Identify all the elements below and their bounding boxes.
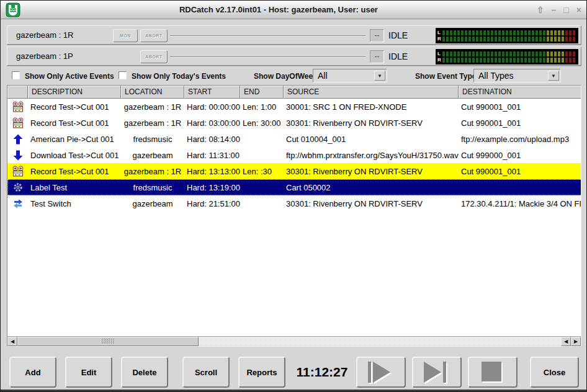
vu-segment-yellow [558,30,560,35]
show-active-checkbox[interactable] [12,71,20,79]
deck-name: gazerbeam : 1P [16,51,73,61]
column-header-start[interactable]: START [184,86,240,99]
show-today-checkbox[interactable] [119,71,127,79]
vu-segment-green [491,37,493,42]
event-row[interactable]: Record Test->Cut 001gazerbeam : 1RHard: … [7,163,581,179]
record-icon [7,101,28,112]
scrollbar-track[interactable] [199,337,561,346]
edit-button[interactable]: Edit [65,357,112,388]
vu-segment-green [506,58,508,63]
event-source: 30301: Rivenberry ON RDVIRT-SERV [284,118,459,128]
event-destination: ftp://example.com/upload.mp3 [459,135,581,144]
shade-icon[interactable]: ⇧ [537,6,544,14]
minimize-icon[interactable]: – [552,6,557,14]
play-button[interactable] [356,357,406,388]
vu-segment-green [476,51,478,56]
vu-segment-red [569,37,571,42]
event-description: Record Test->Cut 001 [28,102,121,112]
scrollbar-thumb[interactable] [17,337,199,346]
event-destination: Cut 999000_001 [459,151,581,160]
play-next-icon [423,360,451,384]
stop-button[interactable] [468,357,518,388]
event-row[interactable]: Record Test->Cut 001gazerbeam : 1RHard: … [7,115,581,131]
record-icon [7,166,28,177]
event-location: fredsmusic [121,183,184,192]
vu-segment-green [498,37,501,42]
add-button[interactable]: Add [9,357,56,388]
event-source: Cut 010004_001 [284,135,459,144]
vu-segment-green [506,51,508,56]
vu-segment-green [502,37,504,42]
vu-segment-green [528,30,531,35]
column-header-end[interactable]: END [240,86,284,99]
delete-button[interactable]: Delete [121,357,168,388]
vu-segment-green [446,58,449,63]
scroll-button[interactable]: Scroll [182,357,230,388]
close-icon[interactable]: × [576,6,581,14]
vu-segment-green [483,37,486,42]
event-type-select[interactable]: All Types ▼ [473,69,561,82]
column-header-description[interactable]: DESCRIPTION [28,86,121,99]
abort-button[interactable]: ABORT [140,29,168,42]
vu-segment-yellow [562,51,564,56]
chevron-down-icon[interactable]: ▼ [374,71,385,81]
column-header-icon[interactable] [7,86,28,99]
day-of-week-select[interactable]: All ▼ [313,69,387,82]
vu-segment-green [543,58,545,63]
event-row[interactable]: American Pie->Cut 001fredsmusicHard: 08:… [7,131,581,147]
vu-segment-green [454,37,456,42]
vu-channel-label: R [437,58,442,63]
vu-segment-green [442,37,445,42]
vu-segment-red [565,58,568,63]
rdcatch-window: RDCatch v2.17.0int01 - Host: gazerbeam, … [0,0,587,392]
deck-name: gazerbeam : 1R [16,30,74,40]
vu-segment-yellow [558,37,560,42]
vu-segment-red [573,30,575,35]
column-header-source[interactable]: SOURCE [284,86,459,99]
event-destination: Cut 990001_001 [459,102,581,112]
window-title: RDCatch v2.17.0int01 - Host: gazerbeam, … [20,5,537,14]
vu-segment-green [454,58,456,63]
deck-separator-line [170,35,365,37]
vu-segment-green [487,51,490,56]
vu-segment-yellow [554,30,557,35]
vu-segment-green [465,58,467,63]
vu-segment-green [513,30,516,35]
chevron-down-icon[interactable]: ▼ [548,71,559,81]
column-header-destination[interactable]: DESTINATION [459,86,581,99]
event-destination: Cut 990001_001 [459,167,581,176]
vu-segment-yellow [550,37,553,42]
vu-segment-green [472,58,475,63]
horizontal-scrollbar[interactable]: ◀ ◀ ▶ [7,336,581,346]
reports-button[interactable]: Reports [238,357,285,388]
vu-segment-green [454,30,456,35]
show-today-label: Show Only Today's Events [132,72,226,81]
vu-segment-green [461,58,464,63]
vu-segment-red [565,30,568,35]
vu-segment-green [476,30,478,35]
scroll-right-icon[interactable]: ▶ [571,337,581,346]
event-row[interactable]: Download Test->Cut 001gazerbeamHard: 11:… [7,147,581,163]
vu-segment-green [495,37,497,42]
maximize-icon[interactable]: □ [563,6,568,14]
vu-segment-green [521,37,523,42]
vu-segment-green [506,37,508,42]
event-list: DESCRIPTIONLOCATIONSTARTENDSOURCEDESTINA… [7,85,581,347]
scroll-left-icon[interactable]: ◀ [561,337,571,346]
wall-clock: 11:12:27 [290,357,354,388]
vu-segment-green [509,51,512,56]
vu-segment-red [573,58,575,63]
scroll-left-icon[interactable]: ◀ [7,337,17,346]
vu-segment-green [461,30,464,35]
abort-button[interactable]: ABORT [140,50,168,63]
event-row[interactable]: Record Test->Cut 001gazerbeam : 1RHard: … [7,99,581,115]
event-row[interactable]: Label TestfredsmusicHard: 13:19:00Cart 0… [7,179,581,195]
close-button[interactable]: Close [530,357,579,388]
play-next-button[interactable] [412,357,462,388]
event-row[interactable]: Test SwitchgazerbeamHard: 21:51:0030301:… [7,195,581,212]
column-header-location[interactable]: LOCATION [121,86,184,99]
vu-segment-green [509,58,512,63]
mon-button[interactable]: MON [113,29,138,42]
macro-icon [7,182,28,193]
vu-segment-green [442,30,445,35]
